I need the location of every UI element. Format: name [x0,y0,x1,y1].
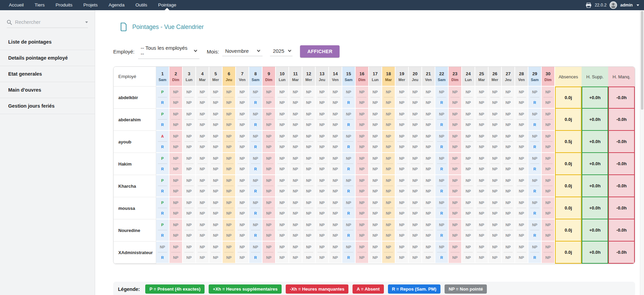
day-cell: NPNP [356,87,369,109]
day-header-23: 23Dim [449,67,462,87]
day-name: Ven [236,78,249,82]
day-name: Jeu [409,78,421,82]
afficher-button[interactable]: AFFICHER [300,45,340,58]
am-status: NP [369,87,381,97]
summary-header-h-manq: H. Manq. [608,67,635,87]
day-cell: NPNP [422,87,435,109]
am-status: NP [249,131,262,141]
pm-status: R [342,252,355,263]
employee-row: KharchaPRNPNPNPNPNPNPNPNPNPNPNPNPNPRNPNP… [114,175,635,197]
am-status: NP [223,242,235,252]
am-status: NP [435,198,448,208]
sidebar-search[interactable] [7,19,88,28]
nav-item-outils[interactable]: Outils [130,0,153,10]
am-status: NP [409,242,421,252]
scrollbar-thumb[interactable] [641,11,643,110]
am-status: NP [316,131,328,141]
pm-status: R [342,230,355,240]
day-cell: NPNP [382,87,395,109]
day-number: 27 [502,71,514,76]
nav-item-pointage[interactable]: Pointage [153,0,182,10]
pm-status: NP [302,208,315,218]
am-status: NP [542,109,554,119]
avatar[interactable] [610,1,617,9]
nav-item-agenda[interactable]: Agenda [103,0,130,10]
am-status: NP [422,175,435,186]
pm-status: NP [422,252,435,263]
sidebar-item-main-d-ouvres[interactable]: Main d'ouvres [0,82,95,98]
sidebar-item-etat-generales[interactable]: Etat generales [0,66,95,82]
search-dropdown-caret-icon[interactable] [85,21,88,23]
day-number: 3 [183,71,195,76]
day-cell: NPNP [302,242,316,264]
am-status: NP [515,175,528,186]
nav-item-tiers[interactable]: Tiers [29,0,50,10]
pm-status: NP [236,164,249,174]
am-status: NP [542,153,554,164]
am-status: NP [395,198,408,208]
day-header-5: 5Mer [209,67,223,87]
am-status: NP [316,153,328,164]
am-status: NP [502,131,514,141]
vertical-scrollbar[interactable] [640,10,644,295]
day-header-2: 2Dim [169,67,183,87]
year-select[interactable]: 2025 [270,47,293,56]
printer-icon[interactable] [586,3,591,8]
am-status: NP [263,175,275,186]
am-status: NP [342,153,355,164]
month-select[interactable]: Novembre [222,47,263,56]
pm-status: NP [395,120,408,130]
pm-status: NP [329,120,342,130]
day-cell: NPNP [475,131,489,153]
employee-select[interactable]: -- Tous les employés -- [138,44,199,59]
summary-header-h-supp: H. Supp. [582,67,608,87]
sidebar-item-gestion-jours-feri-s[interactable]: Gestion jours feriés [0,98,95,114]
user-menu[interactable]: admin [620,3,633,7]
nav-item-projets[interactable]: Projets [78,0,103,10]
pm-status: NP [276,142,288,152]
chevron-down-icon[interactable] [636,4,639,6]
pm-status: NP [395,208,408,218]
am-status: NP [422,242,435,252]
pm-status: NP [356,208,368,218]
day-cell: NPNP [329,242,342,264]
day-number: 18 [382,71,395,76]
am-status: NP [263,87,275,97]
day-cell: NPR [435,109,449,131]
day-cell: NPNP [223,153,236,175]
day-cell: NPNP [236,197,249,219]
day-name: Ven [515,78,528,82]
am-status: NP [209,242,222,252]
sidebar-item-details-pointage-employ[interactable]: Details pointage employé [0,50,95,66]
am-status: NP [236,109,249,119]
day-cell: NPR [528,175,542,197]
employee-name: abderahim [114,109,156,131]
am-status: NP [489,153,501,164]
search-input[interactable] [15,19,82,25]
day-cell: NPNP [263,197,276,219]
pm-status: NP [329,97,342,108]
pm-status: NP [276,120,288,130]
navbar-right: 22.0.2 admin [586,0,639,10]
am-status: NP [236,153,249,164]
pm-status: R [342,186,355,196]
sidebar-item-liste-de-pointages[interactable]: Liste de pointages [0,34,95,50]
pm-status: NP [542,186,554,196]
pm-status: NP [409,142,421,152]
am-status: NP [395,242,408,252]
pm-status: R [156,164,169,174]
legend-badge: +Xh = Heures supplémentaires [209,284,282,294]
day-number: 9 [263,71,275,76]
nav-item-produits[interactable]: Produits [50,0,78,10]
am-status: NP [515,153,528,164]
summary-hmanq: -0.0h [608,219,635,242]
am-status: NP [542,220,554,230]
pm-status: NP [169,164,182,174]
pm-status: R [435,208,448,218]
pm-status: NP [502,252,514,263]
pm-status: NP [489,142,501,152]
pm-status: R [342,120,355,130]
pm-status: NP [382,120,395,130]
nav-item-accueil[interactable]: Accueil [3,0,29,10]
day-cell: NPNP [276,153,289,175]
